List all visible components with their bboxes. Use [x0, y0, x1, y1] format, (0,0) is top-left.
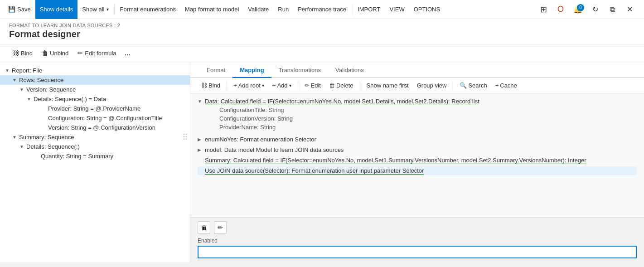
edit-formula-button[interactable]: ✏ Edit formula [74, 48, 120, 58]
tree-label-version: Version: Sequence [25, 86, 76, 93]
unbind-button[interactable]: 🗑 Unbind [38, 48, 72, 58]
ds-name-summary-calc: Summary: Calculated field = IF(Selector=… [205, 157, 586, 164]
office-icon-button[interactable]: O [553, 2, 568, 17]
tab-validations[interactable]: Validations [328, 62, 371, 78]
show-name-first-button[interactable]: Show name first [363, 81, 412, 90]
cache-plus-icon: + [495, 82, 499, 89]
nav-icon-group: ⊞ O 🔔 0 ↻ ⧉ ✕ [533, 2, 640, 17]
notification-badge: 0 [577, 4, 584, 11]
tree-arrow-rows[interactable] [11, 78, 18, 83]
options-button[interactable]: OPTIONS [409, 0, 445, 19]
tree-item-summary[interactable]: Summary: Sequence ⠿ [0, 132, 190, 142]
tree-label-configuration: Configuration: String = @.ConfigurationT… [47, 115, 162, 121]
tree-item-version[interactable]: Version: Sequence [0, 85, 190, 94]
grid-icon-button[interactable]: ⊞ [536, 2, 551, 17]
tree-item-rows[interactable]: Rows: Sequence [0, 75, 190, 85]
map-sep-2 [298, 81, 298, 90]
tree-item-details2[interactable]: Details: Sequence(;) [0, 142, 190, 151]
ds-content-data: Data: Calculated field = IF(Selector=enu… [205, 98, 637, 132]
tree-arrow-version[interactable] [18, 87, 25, 92]
refresh-button[interactable]: ↻ [588, 2, 602, 17]
tree-item-configuration[interactable]: Configuration: String = @.ConfigurationT… [0, 113, 190, 123]
ds-label-cfg-version: ConfigurationVersion: String [219, 115, 293, 122]
main-layout: Report: File Rows: Sequence Version: Seq… [0, 62, 644, 262]
add-root-caret-icon: ▾ [262, 83, 264, 88]
format-enumerations-button[interactable]: Format enumerations [116, 0, 181, 19]
tab-format[interactable]: Format [199, 62, 232, 78]
tree-item-quantity[interactable]: Quantity: String = Summary [0, 151, 190, 161]
view-button[interactable]: VIEW [385, 0, 409, 19]
save-icon: 💾 [8, 6, 15, 13]
ds-content-summary-calc: Summary: Calculated field = IF(Selector=… [205, 157, 637, 164]
validate-button[interactable]: Validate [243, 0, 273, 19]
tree-item-details[interactable]: Details: Sequence(;) = Data [0, 94, 190, 104]
ds-arrow-model[interactable] [198, 147, 205, 152]
import-button[interactable]: IMPORT [353, 0, 385, 19]
ds-name-model: model: Data model Model to learn JOIN da… [205, 146, 344, 153]
delete-button[interactable]: 🗑 Delete [325, 81, 357, 90]
add-root-button[interactable]: + Add root ▾ [230, 81, 268, 90]
ds-arrow-enum[interactable] [198, 137, 205, 142]
bottom-edit-button[interactable]: ✏ [214, 221, 227, 234]
tab-mapping[interactable]: Mapping [232, 62, 271, 78]
ds-item-summary-calc[interactable]: Summary: Calculated field = IF(Selector=… [198, 156, 637, 165]
save-button[interactable]: 💾 Save [4, 0, 35, 19]
bottom-toolbar: 🗑 ✏ [198, 221, 637, 234]
enabled-input[interactable] [198, 246, 637, 258]
tabs-bar: Format Mapping Transformations Validatio… [190, 62, 644, 78]
search-icon: 🔍 [460, 82, 467, 89]
add-root-icon: + [233, 82, 237, 89]
bottom-edit-icon: ✏ [218, 224, 223, 231]
more-button[interactable]: ... [122, 47, 133, 59]
unbind-icon: 🗑 [42, 49, 48, 57]
map-format-to-model-button[interactable]: Map format to model [180, 0, 243, 19]
ds-name-enum: enumNoYes: Format enumeration Selector [205, 136, 316, 143]
tree-arrow-details[interactable] [25, 97, 33, 102]
ds-item-model[interactable]: model: Data model Model to learn JOIN da… [198, 146, 637, 154]
performance-trace-button[interactable]: Performance trace [293, 0, 351, 19]
tree-label-quantity: Quantity: String = Summary [40, 153, 113, 160]
bottom-delete-button[interactable]: 🗑 [198, 221, 210, 234]
tree-item-report[interactable]: Report: File [0, 66, 190, 75]
tree-label-report: Report: File [11, 67, 42, 74]
edit-button[interactable]: ✏ Edit [301, 81, 324, 90]
run-button[interactable]: Run [273, 0, 293, 19]
popout-button[interactable]: ⧉ [605, 2, 620, 17]
tree-label-rows: Rows: Sequence [18, 77, 63, 83]
ds-item-enum[interactable]: enumNoYes: Format enumeration Selector [198, 135, 637, 144]
ds-item-cfg-title[interactable]: ConfigurationTitle: String [219, 106, 637, 114]
cache-button[interactable]: + Cache [492, 81, 521, 90]
ds-item-use-join[interactable]: Use JOIN data source(Selector): Format e… [198, 166, 637, 175]
tree-arrow-report[interactable] [4, 68, 11, 73]
ds-item-provider-name[interactable]: ProviderName: String [219, 123, 637, 131]
ds-item-data[interactable]: Data: Calculated field = IF(Selector=enu… [198, 97, 637, 133]
group-view-button[interactable]: Group view [413, 81, 450, 90]
map-sep-3 [360, 81, 360, 90]
tree-item-provider[interactable]: Provider: String = @.ProviderName [0, 104, 190, 113]
close-button[interactable]: ✕ [622, 2, 637, 17]
map-bind-button[interactable]: ⛓ Bind [198, 81, 224, 90]
tree-item-version2[interactable]: Version: String = @.ConfigurationVersion [0, 123, 190, 132]
mapping-toolbar: ⛓ Bind + Add root ▾ + Add ▾ ✏ Edit 🗑 Del… [190, 78, 644, 93]
notification-button[interactable]: 🔔 0 [571, 2, 585, 17]
add-button[interactable]: + Add ▾ [269, 81, 295, 90]
tree-label-summary: Summary: Sequence [18, 134, 74, 141]
bind-button[interactable]: ⛓ Bind [9, 48, 36, 58]
tab-transformations[interactable]: Transformations [271, 62, 328, 78]
tree-arrow-summary[interactable] [11, 135, 18, 140]
enabled-label: Enabled [198, 238, 637, 244]
show-all-button[interactable]: Show all ▾ [77, 0, 113, 19]
ds-label-provider-name: ProviderName: String [219, 124, 276, 131]
bottom-delete-icon: 🗑 [201, 224, 207, 231]
tree-arrow-details2[interactable] [18, 144, 25, 149]
show-details-button[interactable]: Show details [35, 0, 78, 19]
left-panel: Report: File Rows: Sequence Version: Seq… [0, 62, 190, 262]
ds-arrow-data[interactable] [198, 99, 205, 104]
ds-item-cfg-version[interactable]: ConfigurationVersion: String [219, 114, 637, 123]
breadcrumb: FORMAT TO LEARN JOIN DATA SOURCES : 2 [9, 23, 635, 28]
tree-label-provider: Provider: String = @.ProviderName [47, 105, 140, 112]
add-caret-icon: ▾ [289, 83, 291, 88]
datasource-tree: Data: Calculated field = IF(Selector=enu… [190, 93, 644, 217]
search-button[interactable]: 🔍 Search [456, 81, 490, 90]
top-nav: 💾 Save Show details Show all ▾ Format en… [0, 0, 644, 19]
